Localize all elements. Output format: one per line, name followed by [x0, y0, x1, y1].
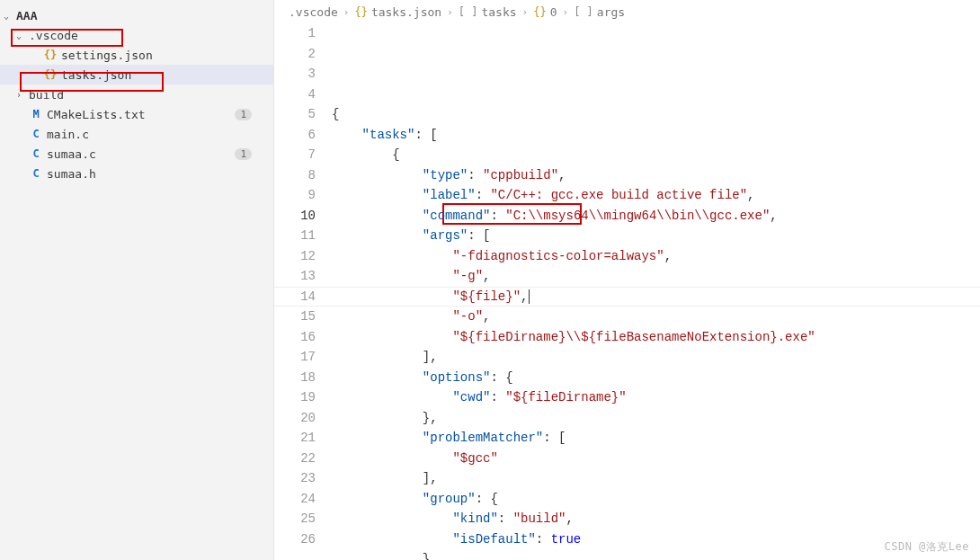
breadcrumb[interactable]: .vscode›{} tasks.json›[ ] tasks›{} 0›[ ]… — [274, 0, 980, 23]
code-line[interactable]: "problemMatcher": [ — [332, 428, 980, 449]
line-number: 24 — [274, 489, 316, 510]
breadcrumb-item[interactable]: 0 — [550, 5, 557, 19]
code-line[interactable]: "command": "C:\\msys64\\mingw64\\bin\\gc… — [332, 206, 980, 227]
array-icon: [ ] — [459, 5, 478, 18]
line-number: 22 — [274, 449, 316, 469]
explorer-root[interactable]: ⌄ AAA — [0, 5, 273, 25]
line-number: 25 — [274, 509, 316, 529]
code-line[interactable]: }, — [332, 549, 980, 560]
code-line[interactable]: "${file}", — [332, 287, 980, 307]
code-line[interactable]: "cwd": "${fileDirname}" — [332, 387, 980, 408]
explorer-item[interactable]: Csumaa.h — [0, 164, 273, 183]
line-number: 26 — [274, 529, 316, 550]
code-line[interactable]: "tasks": [ — [332, 125, 980, 146]
breadcrumb-item[interactable]: .vscode — [289, 5, 338, 19]
line-number: 8 — [274, 165, 316, 186]
explorer-item[interactable]: Cmain.c — [0, 124, 273, 144]
code-line[interactable]: "-o", — [332, 307, 980, 327]
code-line[interactable]: ], — [332, 347, 980, 368]
file-label: settings.json — [61, 49, 153, 62]
watermark: CSDN @洛克Lee — [884, 539, 969, 555]
file-label: sumaa.c — [47, 147, 96, 161]
line-number: 3 — [274, 64, 316, 84]
file-icon: C — [29, 128, 43, 140]
chevron-right-icon: › — [522, 6, 529, 18]
file-icon: C — [29, 167, 43, 180]
editor-pane: .vscode›{} tasks.json›[ ] tasks›{} 0›[ ]… — [274, 0, 980, 560]
file-icon: C — [29, 147, 43, 160]
file-label: CMakeLists.txt — [47, 108, 146, 121]
line-number: 21 — [274, 428, 316, 449]
line-number: 2 — [274, 44, 316, 65]
code-line[interactable]: "args": [ — [332, 226, 980, 246]
problem-badge: 1 — [235, 148, 252, 160]
code-line[interactable]: "label": "C/C++: gcc.exe build active fi… — [332, 185, 980, 206]
code-line[interactable]: { — [332, 145, 980, 165]
file-label: sumaa.h — [47, 167, 96, 181]
file-icon: {} — [43, 68, 58, 81]
file-label: .vscode — [29, 29, 78, 42]
line-number: 14 — [274, 287, 316, 307]
line-number: 9 — [274, 185, 316, 206]
file-icon: M — [29, 108, 43, 120]
explorer-item[interactable]: ›build — [0, 84, 273, 104]
explorer-item[interactable]: Csumaa.c1 — [0, 144, 273, 164]
json-icon: {} — [533, 5, 546, 18]
code-line[interactable]: "-fdiagnostics-color=always", — [332, 246, 980, 267]
explorer-item[interactable]: MCMakeLists.txt1 — [0, 104, 273, 124]
chevron-right-icon: › — [447, 6, 453, 18]
problem-badge: 1 — [235, 109, 252, 120]
code-line[interactable]: }, — [332, 408, 980, 429]
chevron-right-icon: › — [343, 6, 350, 18]
code-line[interactable]: "kind": "build", — [332, 509, 980, 529]
line-number: 13 — [274, 266, 316, 287]
line-number: 6 — [274, 125, 316, 146]
line-number: 12 — [274, 246, 316, 267]
chevron-right-icon: › — [563, 6, 569, 18]
line-number-gutter: 1234567891011121314151617181920212223242… — [274, 23, 332, 560]
line-number: 16 — [274, 327, 316, 348]
code-line[interactable]: ], — [332, 468, 980, 489]
chevron-down-icon: ⌄ — [16, 31, 29, 40]
line-number: 5 — [274, 104, 316, 125]
breadcrumb-item[interactable]: tasks.json — [371, 5, 441, 19]
line-number: 17 — [274, 347, 316, 368]
array-icon: [ ] — [574, 5, 593, 18]
file-explorer: ⌄ AAA ⌄.vscode{}settings.json{}tasks.jso… — [0, 0, 274, 560]
file-label: build — [29, 88, 64, 102]
file-label: tasks.json — [61, 68, 131, 82]
breadcrumb-item[interactable]: tasks — [481, 5, 516, 19]
code-line[interactable]: "type": "cppbuild", — [332, 165, 980, 186]
line-number: 11 — [274, 226, 316, 246]
code-line[interactable]: "options": { — [332, 368, 980, 388]
code-line[interactable]: "-g", — [332, 266, 980, 287]
json-icon: {} — [354, 5, 367, 18]
explorer-item[interactable]: {}settings.json — [0, 45, 273, 65]
explorer-item[interactable]: {}tasks.json — [0, 65, 273, 84]
code-line[interactable]: "group": { — [332, 489, 980, 510]
line-number: 4 — [274, 84, 316, 105]
breadcrumb-item[interactable]: args — [597, 5, 625, 19]
line-number: 20 — [274, 408, 316, 429]
chevron-right-icon: › — [16, 90, 29, 100]
code-editor[interactable]: 1234567891011121314151617181920212223242… — [274, 23, 980, 560]
code-line[interactable]: "${fileDirname}\\${fileBasenameNoExtensi… — [332, 327, 980, 348]
line-number: 18 — [274, 368, 316, 388]
code-line[interactable]: { — [332, 104, 980, 125]
line-number: 19 — [274, 387, 316, 408]
file-icon: {} — [43, 49, 58, 61]
line-number: 7 — [274, 145, 316, 165]
root-label: AAA — [16, 9, 37, 22]
line-number: 23 — [274, 468, 316, 489]
code-source[interactable]: { "tasks": [ { "type": "cppbuild", "labe… — [332, 23, 980, 560]
explorer-item[interactable]: ⌄.vscode — [0, 25, 273, 45]
code-line[interactable]: "$gcc" — [332, 449, 980, 469]
code-line[interactable]: "isDefault": true — [332, 529, 980, 550]
line-number: 10 — [274, 206, 316, 227]
line-number: 15 — [274, 307, 316, 327]
chevron-down-icon: ⌄ — [4, 11, 16, 21]
line-number: 1 — [274, 23, 316, 44]
file-label: main.c — [47, 128, 89, 141]
